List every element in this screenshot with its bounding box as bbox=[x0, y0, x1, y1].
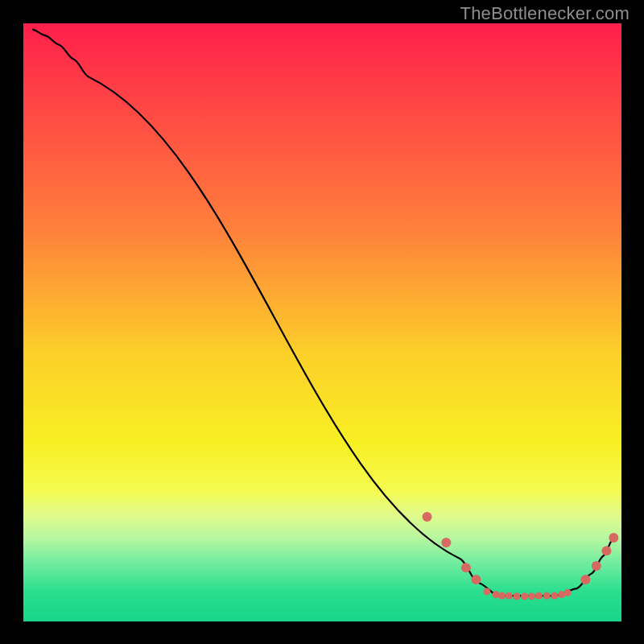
chart-stage: TheBottlenecker.com bbox=[0, 0, 644, 644]
data-point bbox=[601, 546, 611, 555]
data-point bbox=[423, 512, 432, 522]
data-point bbox=[498, 592, 506, 600]
data-point bbox=[564, 589, 572, 597]
data-point bbox=[471, 575, 481, 584]
data-point bbox=[609, 533, 618, 543]
data-point bbox=[543, 592, 551, 600]
data-point bbox=[461, 563, 471, 572]
chart-svg bbox=[0, 0, 644, 644]
data-point bbox=[580, 575, 590, 584]
data-point bbox=[506, 592, 513, 600]
data-point bbox=[513, 592, 520, 600]
data-point bbox=[551, 592, 558, 600]
data-point bbox=[441, 538, 451, 547]
data-point bbox=[535, 592, 543, 600]
data-point bbox=[492, 591, 499, 598]
data-point bbox=[528, 592, 535, 600]
data-point bbox=[521, 592, 528, 600]
attribution-text: TheBottlenecker.com bbox=[460, 3, 630, 24]
data-point bbox=[483, 588, 490, 595]
data-point bbox=[592, 561, 601, 571]
plot-background bbox=[23, 23, 621, 621]
